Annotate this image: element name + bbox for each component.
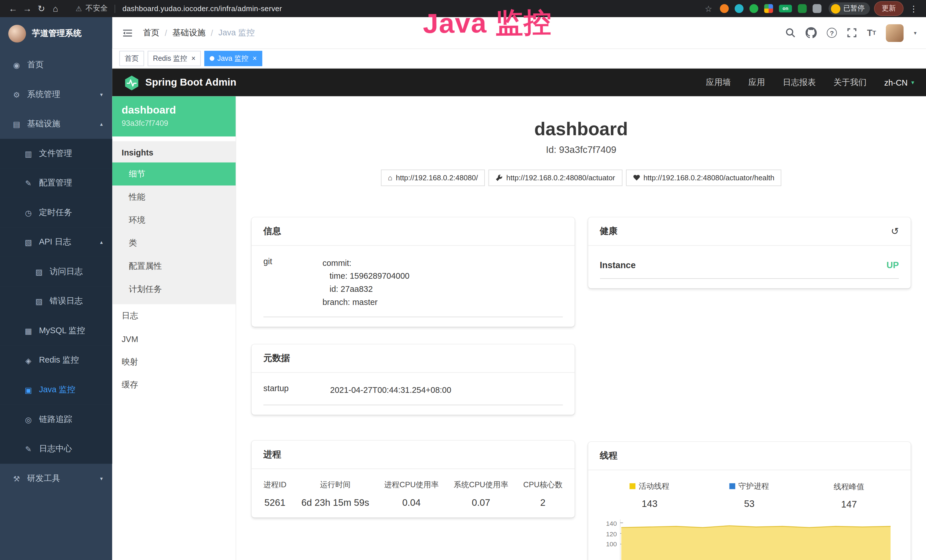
file-icon: ▥ (24, 149, 33, 158)
legend-peak-threads: 线程峰值 147 (799, 481, 899, 510)
extension-icon[interactable] (749, 4, 758, 13)
sidebar-item-home[interactable]: ◉ 首页 (0, 50, 112, 80)
sba-nav-applications[interactable]: 应用 (748, 77, 765, 88)
threads-chart: 140 120 100 (600, 519, 899, 560)
extension-on-icon[interactable]: on (779, 5, 792, 12)
legend-daemon-threads: 守护进程 53 (699, 481, 799, 510)
breadcrumb-item[interactable]: 首页 (143, 27, 159, 38)
url-text[interactable]: dashboard.yudao.iocoder.cn/infra/admin-s… (123, 5, 282, 13)
sidebar-item-access-logs[interactable]: ▨ 访问日志 (0, 257, 112, 287)
sba-nav-wallboard[interactable]: 应用墙 (706, 77, 731, 88)
sidebar-item-java-monitor[interactable]: ▣ Java 监控 (0, 375, 112, 405)
sba-menu-mappings[interactable]: 映射 (112, 350, 236, 374)
tab-java-monitor[interactable]: Java 监控 × (204, 51, 262, 66)
caret-down-icon[interactable]: ▾ (914, 30, 916, 36)
tab-redis-monitor[interactable]: Redis 监控 × (148, 51, 201, 66)
sidebar-item-mysql-monitor[interactable]: ▦ MySQL 监控 (0, 316, 112, 346)
extension-icon[interactable] (798, 4, 807, 13)
sba-menu-scheduled-tasks[interactable]: 计划任务 (112, 278, 236, 301)
sba-root-menu: 日志 JVM 映射 缓存 (112, 304, 236, 396)
active-dot-icon (210, 56, 215, 61)
instance-header[interactable]: dashboard 93a3fc7f7409 (112, 97, 236, 137)
chrome-update-button[interactable]: 更新 (874, 1, 904, 16)
sidebar-item-label: 链路追踪 (39, 414, 72, 425)
extension-icon[interactable] (720, 4, 729, 13)
profile-avatar (831, 4, 840, 13)
sba-menu-jvm[interactable]: JVM (112, 327, 236, 350)
sidebar-item-error-logs[interactable]: ▨ 错误日志 (0, 286, 112, 316)
instance-name: dashboard (122, 104, 227, 116)
sidebar-item-file-mgmt[interactable]: ▥ 文件管理 (0, 139, 112, 169)
sidebar-item-label: Java 监控 (39, 384, 75, 395)
sidebar-item-redis-monitor[interactable]: ◈ Redis 监控 (0, 345, 112, 375)
hamburger-icon[interactable] (122, 27, 133, 38)
chrome-menu-icon[interactable]: ⋮ (907, 4, 920, 13)
sba-menu-logs[interactable]: 日志 (112, 304, 236, 327)
sba-nav-about[interactable]: 关于我们 (834, 77, 867, 88)
sidebar-item-label: 文件管理 (39, 148, 72, 159)
actuator-url-link[interactable]: http://192.168.0.2:48080/actuator (489, 170, 622, 186)
sba-menu-classes[interactable]: 类 (112, 232, 236, 255)
database-icon: ▦ (24, 326, 33, 335)
sidebar-item-system-mgmt[interactable]: ⚙ 系统管理 ▾ (0, 80, 112, 109)
tab-label: Java 监控 (217, 53, 248, 64)
sidebar-item-infrastructure[interactable]: ▤ 基础设施 ▴ (0, 109, 112, 139)
sidebar-item-log-center[interactable]: ✎ 日志中心 (0, 434, 112, 464)
health-row-instance: Instance UP (600, 260, 899, 279)
column-header: 进程ID (263, 480, 287, 490)
sba-logo-icon (124, 75, 139, 90)
sba-menu-environment[interactable]: 环境 (112, 209, 236, 232)
breadcrumb-item[interactable]: 基础设施 (172, 27, 205, 38)
history-icon[interactable]: ↺ (891, 226, 899, 237)
back-icon[interactable]: ← (6, 3, 20, 14)
address-bar[interactable]: ⚠ 不安全 dashboard.yudao.iocoder.cn/infra/a… (76, 3, 282, 14)
home-icon[interactable]: ⌂ (48, 3, 63, 14)
help-icon[interactable]: ? (827, 28, 837, 38)
sba-nav-journal[interactable]: 日志报表 (782, 77, 816, 88)
card-title: 元数据 (251, 344, 574, 372)
github-icon[interactable] (806, 27, 817, 38)
locale-selector[interactable]: zh-CN ▾ (884, 77, 914, 87)
user-avatar[interactable] (886, 24, 904, 42)
service-url-link[interactable]: ⌂ http://192.168.0.2:48080/ (381, 170, 485, 186)
sidebar-item-dev-tools[interactable]: ⚒ 研发工具 ▾ (0, 464, 112, 493)
search-icon[interactable] (786, 28, 796, 38)
chevron-down-icon: ▾ (100, 475, 103, 481)
instance-id: 93a3fc7f7409 (122, 119, 227, 127)
threads-area-chart (620, 519, 895, 560)
sidebar-item-config-mgmt[interactable]: ✎ 配置管理 (0, 168, 112, 198)
sba-menu-details[interactable]: 细节 (112, 162, 236, 185)
sba-menu-config-props[interactable]: 配置属性 (112, 255, 236, 278)
reload-icon[interactable]: ↻ (34, 3, 48, 14)
legend-label: 守护进程 (738, 481, 769, 492)
browser-chrome: ← → ↻ ⌂ ⚠ 不安全 dashboard.yudao.iocoder.cn… (0, 0, 926, 17)
sba-brand-label: Spring Boot Admin (145, 76, 236, 88)
sba-menu-metrics[interactable]: 性能 (112, 185, 236, 209)
font-size-icon[interactable]: TT (867, 28, 876, 38)
process-card: 进程 进程ID 5261 运行时间 (251, 441, 574, 518)
legend-color-swatch (630, 483, 635, 489)
extension-icon[interactable] (764, 4, 773, 13)
sidebar-item-label: Redis 监控 (39, 355, 79, 366)
tab-home[interactable]: 首页 (119, 51, 144, 66)
health-url-link[interactable]: http://192.168.0.2:48080/actuator/health (626, 170, 781, 186)
app-title: 芋道管理系统 (32, 28, 82, 39)
profile-chip[interactable]: 已暂停 (828, 2, 870, 15)
extensions-puzzle-icon[interactable] (813, 4, 822, 13)
sidebar-item-api-logs[interactable]: ▧ API 日志 ▴ (0, 227, 112, 257)
admin-sidebar: 芋道管理系统 ◉ 首页 ⚙ 系统管理 ▾ ▤ 基础设施 ▴ ▥ (0, 17, 112, 560)
close-icon[interactable]: × (191, 54, 196, 63)
sidebar-item-scheduled-tasks[interactable]: ◷ 定时任务 (0, 198, 112, 228)
logo-bar[interactable]: 芋道管理系统 (0, 17, 112, 50)
edit-icon: ✎ (24, 179, 33, 188)
forward-icon[interactable]: → (20, 3, 34, 14)
process-col-system-cpu: 系统CPU使用率 0.07 (454, 480, 508, 508)
sba-menu-caches[interactable]: 缓存 (112, 374, 236, 397)
close-icon[interactable]: × (253, 54, 257, 63)
sba-brand[interactable]: Spring Boot Admin (124, 75, 236, 90)
fullscreen-icon[interactable] (847, 28, 857, 38)
sidebar-item-label: API 日志 (39, 237, 71, 247)
bookmark-star-icon[interactable]: ☆ (705, 4, 712, 13)
extension-icon[interactable] (735, 4, 743, 13)
sidebar-item-tracing[interactable]: ◎ 链路追踪 (0, 404, 112, 434)
